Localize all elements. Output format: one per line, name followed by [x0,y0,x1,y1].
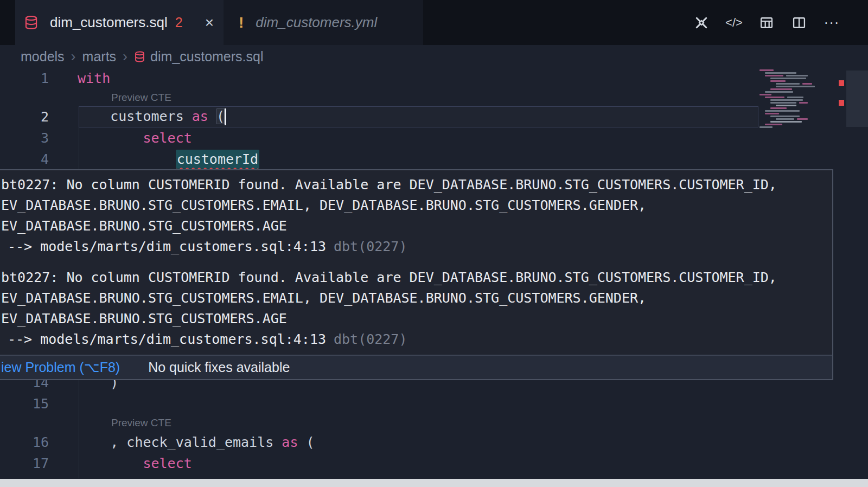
code-line[interactable]: select [78,456,192,471]
diagnostic-text-line: EV_DATABASE.BRUNO.STG_CUSTOMERS.EMAIL, D… [1,195,832,216]
code-token: as [192,108,208,124]
warning-icon: ! [239,14,244,31]
diagnostic-source-code: dbt(0227) [334,331,407,347]
breadcrumb-file-label: dim_customers.sql [150,49,263,65]
diagnostic-text-line: EV_DATABASE.BRUNO.STG_CUSTOMERS.AGE [1,216,832,236]
code-line[interactable]: select [78,130,192,146]
breadcrumb: models › marts › dim_customers.sql [0,45,868,68]
window-bottom-edge [0,479,868,487]
codelens-row: Preview CTE [0,89,868,106]
database-file-icon [24,15,39,30]
code-line-row: 16 , check_valid_emails as ( [0,432,868,453]
code-token: ( [216,108,225,124]
dbt-power-user-icon[interactable] [692,14,711,32]
breadcrumb-file[interactable]: dim_customers.sql [134,49,263,65]
diagnostic-text-line: EV_DATABASE.BRUNO.STG_CUSTOMERS.AGE [1,309,832,329]
breadcrumb-models[interactable]: models [21,49,65,65]
breadcrumb-separator: › [71,48,76,65]
diagnostic-message: bt0227: No column CUSTOMERID found. Avai… [1,267,832,350]
tab-problem-count-badge: 2 [175,15,183,30]
code-token [184,108,192,124]
line-number: 1 [0,71,49,86]
split-editor-icon[interactable] [790,14,808,32]
code-token [273,434,282,450]
text-cursor [225,108,226,125]
overview-ruler-error-mark [839,80,844,86]
line-number: 16 [0,434,49,450]
query-results-icon[interactable] [757,14,776,32]
code-token [78,108,110,124]
minimap[interactable] [760,69,839,128]
preview-tab-label: dim_customers.yml [256,14,377,31]
close-tab-icon[interactable]: × [205,15,214,30]
code-line[interactable]: with [78,71,110,86]
breadcrumb-marts[interactable]: marts [82,49,117,65]
hover-status-bar: iew Problem (⌥F8) No quick fixes availab… [0,355,832,379]
more-actions-icon[interactable]: ··· [822,14,841,32]
code-line-row: 1with [0,68,868,89]
line-number: 4 [0,151,49,167]
tabbar-left-spacer [0,0,15,45]
diagnostic-text-line: bt0227: No column CUSTOMERID found. Avai… [1,267,832,288]
code-line-row: 4 customerId [0,149,868,170]
code-token [78,151,176,167]
error-token: customerId [176,150,260,169]
code-token [78,456,143,471]
codelens-row: Preview CTE [0,414,868,432]
view-problem-link[interactable]: iew Problem (⌥F8) [1,360,120,375]
code-line-row: 2 customers as ( [0,106,868,127]
code-line-row: 17 select [0,453,868,474]
diagnostic-location-link[interactable]: --> models/marts/dim_customers.sql:4:13 [8,239,326,254]
code-line[interactable]: , check_valid_emails as ( [78,434,315,450]
code-token [78,434,110,450]
overview-ruler-error-mark [839,100,844,106]
line-number: 3 [0,130,49,146]
code-token: , [110,434,126,450]
code-token [208,108,216,124]
editor-code-bottom: 14 )15Preview CTE16 , check_valid_emails… [0,372,868,474]
code-view-icon[interactable]: </> [725,14,743,32]
tab-dim-customers-sql[interactable]: dim_customers.sql 2 × [15,0,224,45]
breadcrumb-separator: › [123,48,127,65]
code-line-row: 15 [0,393,868,414]
active-tab-label: dim_customers.sql [50,14,168,31]
diagnostic-text-line: EV_DATABASE.BRUNO.STG_CUSTOMERS.EMAIL, D… [1,288,832,309]
code-token: with [78,71,110,86]
line-number: 2 [0,109,49,125]
diagnostic-text-line: bt0227: No column CUSTOMERID found. Avai… [1,175,832,195]
code-token: select [143,456,192,471]
diagnostic-message: bt0227: No column CUSTOMERID found. Avai… [1,175,832,257]
database-file-icon [134,51,145,62]
diagnostics-hover-popup: bt0227: No column CUSTOMERID found. Avai… [0,169,833,380]
editor-toolbar: </> ··· [692,0,841,45]
code-token [78,130,143,146]
diagnostic-source-code: dbt(0227) [334,239,407,254]
code-line[interactable]: customerId [78,151,259,167]
code-line[interactable]: customers as ( [78,108,226,126]
code-line-row: 3 select [0,127,868,149]
diagnostics-list: bt0227: No column CUSTOMERID found. Avai… [0,170,832,355]
tab-dim-customers-yml[interactable]: ! dim_customers.yml [224,0,423,45]
code-token: ( [298,434,314,450]
editor-scrollbar[interactable] [846,71,868,127]
codelens-preview-cte[interactable]: Preview CTE [111,92,171,104]
quick-fix-message: No quick fixes available [148,360,290,375]
codelens-preview-cte[interactable]: Preview CTE [111,417,171,429]
editor-code-top: 1withPreview CTE2 customers as (3 select… [0,68,868,170]
code-token: check_valid_emails [126,434,273,450]
line-number: 15 [0,396,49,412]
code-token: customers [110,108,183,124]
line-number: 17 [0,456,49,471]
code-token: select [143,130,192,146]
diagnostic-location-link[interactable]: --> models/marts/dim_customers.sql:4:13 [8,331,326,347]
code-token: as [282,434,298,450]
